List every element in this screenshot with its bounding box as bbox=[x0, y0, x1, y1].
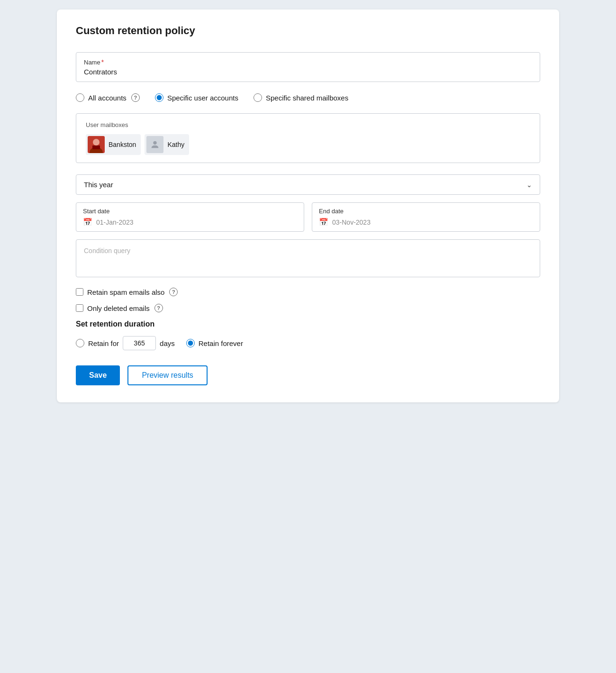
preview-results-button[interactable]: Preview results bbox=[127, 365, 207, 385]
radio-all-accounts-label: All accounts bbox=[88, 94, 127, 102]
end-date-value: 03-Nov-2023 bbox=[332, 218, 371, 226]
dropdown-value: This year bbox=[84, 181, 113, 189]
mailboxes-section: User mailboxes Bankston bbox=[76, 113, 540, 163]
end-date-input-row: 📅 03-Nov-2023 bbox=[319, 218, 533, 227]
end-date-field[interactable]: End date 📅 03-Nov-2023 bbox=[312, 202, 540, 232]
only-deleted-checkbox[interactable] bbox=[76, 304, 83, 312]
all-accounts-help-icon[interactable]: ? bbox=[131, 93, 140, 102]
retain-forever-label: Retain forever bbox=[199, 339, 243, 347]
retain-spam-checkbox[interactable] bbox=[76, 288, 83, 296]
end-date-label: End date bbox=[319, 208, 533, 215]
name-value: Contrators bbox=[84, 68, 532, 76]
start-date-value: 01-Jan-2023 bbox=[96, 218, 134, 226]
svg-point-1 bbox=[93, 139, 100, 146]
days-suffix: days bbox=[160, 339, 175, 347]
only-deleted-help-icon[interactable]: ? bbox=[154, 304, 163, 312]
radio-specific-shared[interactable]: Specific shared mailboxes bbox=[254, 93, 348, 102]
chevron-down-icon: ⌄ bbox=[526, 181, 532, 189]
retain-for-radio[interactable] bbox=[76, 339, 84, 347]
chip-name-bankston: Bankston bbox=[109, 141, 136, 148]
retain-forever-group: Retain forever bbox=[186, 339, 243, 347]
name-field-wrapper: Name * Contrators bbox=[76, 52, 540, 82]
date-row: Start date 📅 01-Jan-2023 End date 📅 03-N… bbox=[76, 202, 540, 232]
retain-spam-label: Retain spam emails also bbox=[87, 288, 164, 296]
retain-forever-radio[interactable] bbox=[186, 339, 195, 347]
page-title: Custom retention policy bbox=[76, 25, 540, 37]
calendar-icon-start: 📅 bbox=[83, 218, 92, 227]
condition-query-field[interactable]: Condition query bbox=[76, 239, 540, 277]
retain-for-group: Retain for days bbox=[76, 336, 175, 350]
buttons-row: Save Preview results bbox=[76, 365, 540, 385]
svg-rect-2 bbox=[92, 146, 100, 149]
save-button[interactable]: Save bbox=[76, 365, 120, 385]
condition-query-placeholder: Condition query bbox=[84, 247, 130, 255]
radio-specific-user[interactable]: Specific user accounts bbox=[155, 93, 238, 102]
mailbox-chip-kathy[interactable]: Kathy bbox=[145, 134, 189, 155]
avatar-bankston bbox=[88, 136, 105, 153]
svg-point-3 bbox=[154, 141, 157, 145]
radio-all-accounts[interactable]: All accounts ? bbox=[76, 93, 140, 102]
radio-specific-shared-label: Specific shared mailboxes bbox=[266, 94, 348, 102]
account-type-radio-group: All accounts ? Specific user accounts Sp… bbox=[76, 93, 540, 102]
days-input[interactable] bbox=[123, 336, 156, 350]
avatar-kathy bbox=[146, 136, 163, 153]
mailboxes-label: User mailboxes bbox=[86, 121, 530, 128]
retain-spam-checkbox-option[interactable]: Retain spam emails also ? bbox=[76, 288, 540, 296]
retain-for-prefix: Retain for bbox=[88, 339, 119, 347]
start-date-label: Start date bbox=[83, 208, 297, 215]
radio-specific-user-input[interactable] bbox=[155, 93, 163, 102]
date-range-dropdown[interactable]: This year ⌄ bbox=[76, 174, 540, 195]
mailbox-chips: Bankston Kathy bbox=[86, 134, 530, 155]
required-asterisk: * bbox=[101, 58, 104, 66]
retain-spam-help-icon[interactable]: ? bbox=[169, 288, 178, 296]
retention-heading: Set retention duration bbox=[76, 320, 540, 328]
chip-name-kathy: Kathy bbox=[167, 141, 184, 148]
start-date-input-row: 📅 01-Jan-2023 bbox=[83, 218, 297, 227]
only-deleted-label: Only deleted emails bbox=[87, 304, 150, 312]
retention-options: Retain for days Retain forever bbox=[76, 336, 540, 350]
radio-specific-user-label: Specific user accounts bbox=[167, 94, 238, 102]
calendar-icon-end: 📅 bbox=[319, 218, 328, 227]
start-date-field[interactable]: Start date 📅 01-Jan-2023 bbox=[76, 202, 304, 232]
mailbox-chip-bankston[interactable]: Bankston bbox=[86, 134, 141, 155]
custom-retention-policy-card: Custom retention policy Name * Contrator… bbox=[57, 9, 559, 402]
radio-specific-shared-input[interactable] bbox=[254, 93, 262, 102]
only-deleted-checkbox-option[interactable]: Only deleted emails ? bbox=[76, 304, 540, 312]
name-label: Name * bbox=[84, 58, 532, 66]
radio-all-accounts-input[interactable] bbox=[76, 93, 84, 102]
